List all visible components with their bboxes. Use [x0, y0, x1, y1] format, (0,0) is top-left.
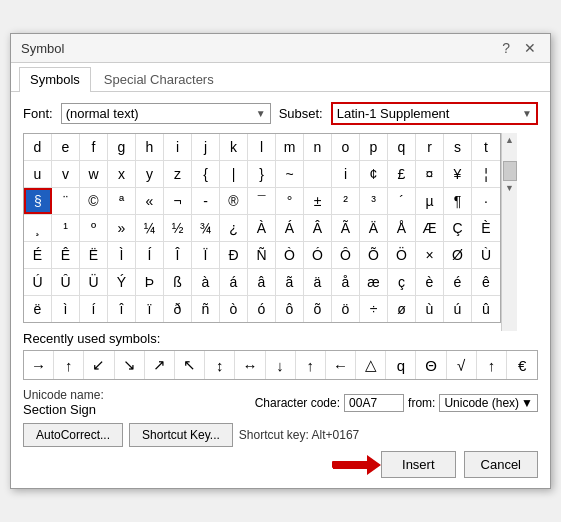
symbol-cell[interactable]: ë	[24, 296, 52, 322]
symbol-cell[interactable]: ç	[388, 269, 416, 295]
scroll-down-arrow[interactable]: ▼	[505, 181, 514, 195]
symbol-cell[interactable]: ù	[416, 296, 444, 322]
symbol-cell[interactable]: ó	[248, 296, 276, 322]
close-button[interactable]: ✕	[520, 40, 540, 56]
symbol-cell[interactable]: e	[52, 134, 80, 160]
symbol-cell[interactable]: §	[24, 188, 52, 214]
symbol-cell[interactable]: |	[220, 161, 248, 187]
recent-symbol-cell[interactable]: ↓	[266, 351, 296, 379]
symbol-cell[interactable]: Õ	[360, 242, 388, 268]
recent-symbol-cell[interactable]: €	[507, 351, 537, 379]
scroll-up-arrow[interactable]: ▲	[505, 133, 514, 147]
symbol-cell[interactable]: }	[248, 161, 276, 187]
symbol-cell[interactable]: é	[444, 269, 472, 295]
symbol-cell[interactable]: k	[220, 134, 248, 160]
symbol-cell[interactable]: ´	[388, 188, 416, 214]
symbol-cell[interactable]: ò	[220, 296, 248, 322]
symbol-cell[interactable]: g	[108, 134, 136, 160]
symbol-cell[interactable]: Ö	[388, 242, 416, 268]
symbol-cell[interactable]: ß	[164, 269, 192, 295]
symbol-cell[interactable]: ð	[164, 296, 192, 322]
recent-symbol-cell[interactable]: ↙	[84, 351, 114, 379]
symbol-cell[interactable]: Á	[276, 215, 304, 241]
symbol-cell[interactable]: Ä	[360, 215, 388, 241]
symbol-cell[interactable]: ¿	[220, 215, 248, 241]
symbol-cell[interactable]: Í	[136, 242, 164, 268]
symbol-cell[interactable]: ¾	[192, 215, 220, 241]
symbol-cell[interactable]: ö	[332, 296, 360, 322]
recent-symbol-cell[interactable]: ↕	[205, 351, 235, 379]
symbol-cell[interactable]: å	[332, 269, 360, 295]
symbol-cell[interactable]: û	[472, 296, 500, 322]
recent-symbol-cell[interactable]: ↘	[115, 351, 145, 379]
symbol-cell[interactable]: µ	[416, 188, 444, 214]
symbol-cell[interactable]: ê	[472, 269, 500, 295]
symbol-cell[interactable]: Â	[304, 215, 332, 241]
symbol-cell[interactable]: Ê	[52, 242, 80, 268]
symbol-cell[interactable]: Ã	[332, 215, 360, 241]
cancel-button[interactable]: Cancel	[464, 451, 538, 478]
symbol-cell[interactable]: i	[164, 134, 192, 160]
symbol-cell[interactable]: ~	[276, 161, 304, 187]
symbol-cell[interactable]: ¸	[24, 215, 52, 241]
symbol-cell[interactable]: î	[108, 296, 136, 322]
recent-symbol-cell[interactable]: ←	[326, 351, 356, 379]
recent-symbol-cell[interactable]: q	[386, 351, 416, 379]
help-button[interactable]: ?	[498, 40, 514, 56]
symbol-cell[interactable]: Ý	[108, 269, 136, 295]
symbol-cell[interactable]: m	[276, 134, 304, 160]
symbol-cell[interactable]: ¨	[52, 188, 80, 214]
tab-special-characters[interactable]: Special Characters	[93, 67, 225, 91]
symbol-cell[interactable]: ¼	[136, 215, 164, 241]
recent-symbol-cell[interactable]: ↗	[145, 351, 175, 379]
symbol-cell[interactable]: Ú	[24, 269, 52, 295]
symbol-cell[interactable]: t	[472, 134, 500, 160]
symbol-cell[interactable]: È	[472, 215, 500, 241]
symbol-cell[interactable]: Û	[52, 269, 80, 295]
symbol-cell[interactable]: ã	[276, 269, 304, 295]
symbol-cell[interactable]: á	[220, 269, 248, 295]
insert-button[interactable]: Insert	[381, 451, 456, 478]
symbol-cell[interactable]: ø	[388, 296, 416, 322]
symbol-cell[interactable]: s	[444, 134, 472, 160]
symbol-cell[interactable]: Å	[388, 215, 416, 241]
symbol-cell[interactable]: ï	[136, 296, 164, 322]
autocorrect-button[interactable]: AutoCorrect...	[23, 423, 123, 447]
recent-symbol-cell[interactable]: ↑	[54, 351, 84, 379]
symbol-cell[interactable]: õ	[304, 296, 332, 322]
symbol-cell[interactable]: h	[136, 134, 164, 160]
symbol-cell[interactable]: Ï	[192, 242, 220, 268]
symbol-cell[interactable]: º	[80, 215, 108, 241]
symbol-cell[interactable]: ¹	[52, 215, 80, 241]
scrollbar[interactable]: ▲ ▼	[501, 133, 517, 331]
symbol-cell[interactable]: æ	[360, 269, 388, 295]
symbol-cell[interactable]: Ó	[304, 242, 332, 268]
symbol-cell[interactable]: Æ	[416, 215, 444, 241]
symbol-cell[interactable]: É	[24, 242, 52, 268]
symbol-cell[interactable]: ¤	[416, 161, 444, 187]
symbol-cell[interactable]: ¬	[164, 188, 192, 214]
symbol-cell[interactable]: Ò	[276, 242, 304, 268]
symbol-cell[interactable]	[304, 161, 332, 187]
symbol-cell[interactable]: ½	[164, 215, 192, 241]
symbol-cell[interactable]: Î	[164, 242, 192, 268]
symbol-cell[interactable]: j	[192, 134, 220, 160]
recent-symbol-cell[interactable]: √	[447, 351, 477, 379]
recent-symbol-cell[interactable]: ↖	[175, 351, 205, 379]
symbol-cell[interactable]: ¯	[248, 188, 276, 214]
symbol-cell[interactable]: ô	[276, 296, 304, 322]
symbol-cell[interactable]: q	[388, 134, 416, 160]
symbol-cell[interactable]: ÷	[360, 296, 388, 322]
symbol-cell[interactable]: n	[304, 134, 332, 160]
symbol-cell[interactable]: Ì	[108, 242, 136, 268]
shortcut-key-button[interactable]: Shortcut Key...	[129, 423, 233, 447]
symbol-cell[interactable]: «	[136, 188, 164, 214]
symbol-cell[interactable]: ²	[332, 188, 360, 214]
charcode-input[interactable]	[344, 394, 404, 412]
symbol-cell[interactable]: ¢	[360, 161, 388, 187]
symbol-cell[interactable]: ¶	[444, 188, 472, 214]
symbol-cell[interactable]: i	[332, 161, 360, 187]
symbol-cell[interactable]: ±	[304, 188, 332, 214]
symbol-cell[interactable]: ª	[108, 188, 136, 214]
symbol-cell[interactable]: Ø	[444, 242, 472, 268]
